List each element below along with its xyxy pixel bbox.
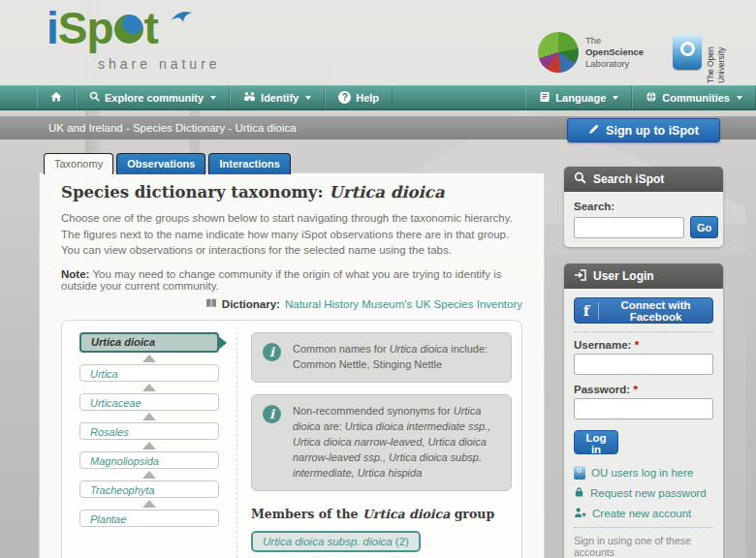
ou-login-link[interactable]: OU users log in here xyxy=(574,466,713,480)
logo-tagline: share nature xyxy=(98,56,221,72)
note-text: Note: You may need to change community i… xyxy=(61,268,522,292)
book-icon xyxy=(205,297,217,311)
taxonomy-node-genus[interactable]: Urtica xyxy=(79,364,219,382)
nav-home[interactable] xyxy=(37,86,76,108)
signup-button[interactable]: Sign up to iSpot xyxy=(567,118,720,142)
tab-bar: Taxonomy Observations Interactions xyxy=(44,153,291,174)
password-label: Password: * xyxy=(574,384,713,395)
chevron-down-icon xyxy=(737,96,742,100)
search-icon xyxy=(574,171,586,187)
search-input[interactable] xyxy=(574,217,684,238)
login-button[interactable]: Log in xyxy=(574,430,618,454)
common-names-infobox: i Common names for Urtica dioica include… xyxy=(251,332,512,383)
bird-icon xyxy=(171,7,194,28)
login-arrow-icon xyxy=(574,269,586,284)
username-label: Username: * xyxy=(574,339,713,351)
binoculars-icon xyxy=(243,91,256,105)
ou-shield-icon xyxy=(574,466,585,480)
nav-communities[interactable]: Communities xyxy=(632,86,756,108)
logo-o-leaf-icon xyxy=(114,15,143,44)
intro-text: Choose one of the groups shown below to … xyxy=(61,210,522,259)
main-navbar: Explore community Identify ? Help Langua… xyxy=(0,85,756,110)
taxonomy-node-class[interactable]: Magnoliopsida xyxy=(79,451,219,469)
synonyms-infobox: i Non-recommended synonyms for Urtica di… xyxy=(251,394,512,491)
lock-icon xyxy=(574,486,584,500)
user-add-icon xyxy=(574,507,586,520)
facebook-connect-button[interactable]: f Connect with Facebook xyxy=(574,297,713,324)
chevron-down-icon xyxy=(210,96,216,100)
user-login-box: User Login f Connect with Facebook Usern… xyxy=(564,264,723,558)
openscience-globe-icon xyxy=(538,32,579,73)
taxonomy-details: i Common names for Urtica dioica include… xyxy=(236,332,512,558)
taxonomy-node-kingdom[interactable]: Plantae xyxy=(79,510,219,527)
members-heading: Members of the Urtica dioica group xyxy=(251,507,512,521)
help-icon: ? xyxy=(338,91,351,104)
openscience-label: The OpenScience Laboratory xyxy=(585,35,655,70)
page-title: Species dictionary taxonomy: Urtica dioi… xyxy=(61,183,522,202)
arrow-up-icon xyxy=(142,471,156,479)
arrow-up-icon xyxy=(142,355,156,362)
language-icon xyxy=(539,91,551,105)
taxonomy-hierarchy: Urtica dioica Urtica Urticaceae Rosales … xyxy=(72,332,227,558)
nav-language[interactable]: Language xyxy=(525,86,632,108)
username-field[interactable] xyxy=(574,354,713,375)
nav-explore-community[interactable]: Explore community xyxy=(76,86,230,108)
open-university-label: The Open University xyxy=(706,21,727,83)
chevron-down-icon xyxy=(305,96,311,100)
main-content-panel: Species dictionary taxonomy: Urtica dioi… xyxy=(39,172,545,558)
tab-observations[interactable]: Observations xyxy=(116,153,205,174)
member-subspecies-button[interactable]: Urtica dioica subsp. dioica (2) xyxy=(251,531,421,552)
search-ispot-box: Search iSpot Search: Go xyxy=(564,167,723,247)
chevron-down-icon xyxy=(613,96,618,100)
taxonomy-tree-panel: Urtica dioica Urtica Urticaceae Rosales … xyxy=(61,320,522,558)
password-field[interactable] xyxy=(574,398,713,419)
go-button[interactable]: Go xyxy=(690,216,718,238)
ispot-logo[interactable]: iSpt xyxy=(47,6,158,50)
pencil-icon xyxy=(588,123,600,138)
taxonomy-node-order[interactable]: Rosales xyxy=(79,422,219,440)
dictionary-row: Dictionary: Natural History Museum's UK … xyxy=(61,297,522,311)
nav-identify[interactable]: Identify xyxy=(230,86,325,108)
divider xyxy=(574,527,713,528)
facebook-icon: f xyxy=(575,302,599,320)
arrow-up-icon xyxy=(142,413,156,420)
request-password-link[interactable]: Request new password xyxy=(574,486,713,500)
search-label: Search: xyxy=(574,201,713,212)
taxonomy-node-selected[interactable]: Urtica dioica xyxy=(79,332,219,353)
info-icon: i xyxy=(263,405,281,423)
open-university-shield-icon xyxy=(673,35,702,70)
create-account-link[interactable]: Create new account xyxy=(574,507,713,520)
arrow-up-icon xyxy=(142,500,156,508)
tab-interactions[interactable]: Interactions xyxy=(208,153,290,174)
info-icon: i xyxy=(263,343,281,361)
taxonomy-node-family[interactable]: Urticaceae xyxy=(79,393,219,411)
nav-help[interactable]: ? Help xyxy=(325,86,393,108)
arrow-up-icon xyxy=(142,442,156,450)
login-box-header: User Login xyxy=(564,264,723,289)
site-header: iSpt share nature The OpenScience Labora… xyxy=(0,0,756,85)
search-box-header: Search iSpot xyxy=(564,167,723,192)
signin-note: Sign in using one of these accounts xyxy=(574,535,713,558)
arrow-up-icon xyxy=(142,384,156,391)
home-icon xyxy=(50,91,62,105)
globe-icon xyxy=(646,91,657,105)
tab-taxonomy[interactable]: Taxonomy xyxy=(44,153,113,174)
partner-logos: The OpenScience Laboratory The Open Univ… xyxy=(538,21,727,83)
dictionary-link[interactable]: Natural History Museum's UK Species Inve… xyxy=(285,298,522,310)
search-icon xyxy=(89,91,100,104)
divider xyxy=(574,331,713,332)
taxonomy-node-phylum[interactable]: Tracheophyta xyxy=(79,480,219,498)
